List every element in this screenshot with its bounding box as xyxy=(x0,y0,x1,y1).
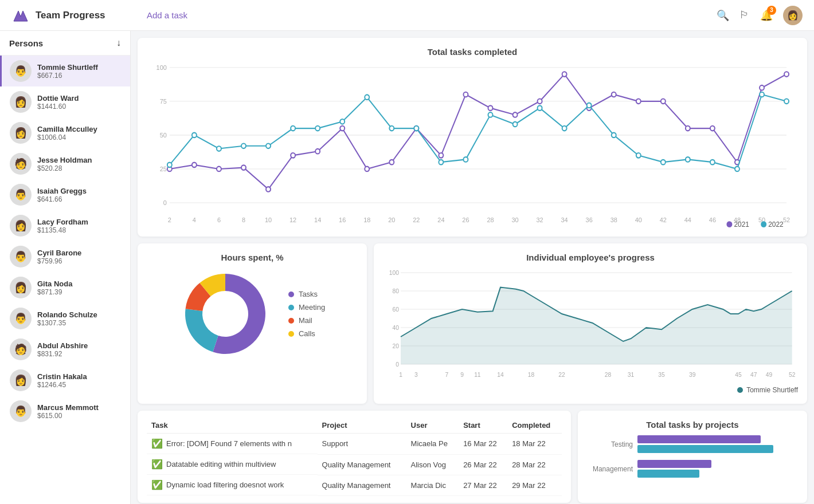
person-info: Jesse Holdman $520.28 xyxy=(37,156,92,172)
layout: Persons ↓ 👨 Tommie Shurtleff $667.16 👩 D… xyxy=(0,31,814,504)
svg-point-72 xyxy=(389,126,394,131)
legend-dot xyxy=(288,292,294,297)
person-amount: $759.96 xyxy=(37,257,81,265)
table-row: ✅ Dynamic load filtering doesnot work Qu… xyxy=(147,475,562,495)
legend-dot xyxy=(288,331,294,337)
person-name: Abdul Abshire xyxy=(37,341,88,350)
person-info: Marcus Memmott $615.00 xyxy=(37,403,99,420)
person-amount: $871.39 xyxy=(37,288,72,296)
svg-point-79 xyxy=(562,126,567,131)
legend-item: Calls xyxy=(288,329,325,338)
flag-icon[interactable]: 🏳 xyxy=(739,9,750,21)
sidebar-person[interactable]: 👩 Lacy Fordham $1135.48 xyxy=(0,210,130,241)
bar-label: Testing xyxy=(587,440,633,448)
legend-label: Calls xyxy=(299,329,315,338)
svg-point-43 xyxy=(315,149,320,154)
sidebar-person[interactable]: 👩 Cristin Hakala $1246.45 xyxy=(0,365,130,396)
svg-text:49: 49 xyxy=(766,372,773,378)
pie-svg xyxy=(179,268,271,360)
line-chart-container: 0255075100246810121416182022242628303234… xyxy=(147,61,798,227)
svg-point-89 xyxy=(726,221,732,227)
svg-text:31: 31 xyxy=(628,372,635,378)
app-title: Team Progress xyxy=(36,10,105,21)
bar-chart-title: Total tasks by projects xyxy=(587,420,798,430)
svg-point-56 xyxy=(636,99,641,104)
svg-point-84 xyxy=(686,157,690,162)
individual-progress-title: Individual employee's progress xyxy=(383,253,798,262)
svg-text:6: 6 xyxy=(217,216,221,223)
person-name: Jesse Holdman xyxy=(37,156,92,164)
sidebar-person[interactable]: 👨 Marcus Memmott $615.00 xyxy=(0,396,130,427)
svg-text:8: 8 xyxy=(242,216,245,223)
legend-label: Mail xyxy=(299,316,312,325)
person-avatar: 👩 xyxy=(10,122,32,144)
svg-text:14: 14 xyxy=(314,216,321,223)
svg-text:7: 7 xyxy=(445,372,448,378)
svg-point-58 xyxy=(686,126,690,131)
bottom-row: TaskProjectUserStartCompleted ✅ Error: [… xyxy=(138,411,807,503)
svg-text:25: 25 xyxy=(160,166,167,172)
completed-cell: 18 Mar 22 xyxy=(507,434,562,455)
svg-text:80: 80 xyxy=(392,288,399,294)
notification-wrapper[interactable]: 🔔 3 xyxy=(760,9,773,22)
svg-point-77 xyxy=(513,122,518,127)
add-task-button[interactable]: Add a task xyxy=(147,10,187,20)
sidebar-person[interactable]: 👩 Camilla Mcculley $1006.04 xyxy=(0,117,130,148)
person-info: Tommie Shurtleff $667.16 xyxy=(37,63,98,80)
svg-text:2021: 2021 xyxy=(734,220,749,227)
sidebar-person[interactable]: 👨 Rolando Schulze $1307.35 xyxy=(0,303,130,334)
person-info: Dottie Ward $1441.60 xyxy=(37,94,79,111)
notification-badge: 3 xyxy=(767,6,776,15)
sidebar-person[interactable]: 🧑 Jesse Holdman $520.28 xyxy=(0,148,130,179)
svg-point-42 xyxy=(291,153,295,158)
sidebar-person[interactable]: 👨 Cyril Barone $759.96 xyxy=(0,241,130,272)
svg-text:45: 45 xyxy=(735,372,742,378)
svg-point-63 xyxy=(167,163,172,168)
svg-text:42: 42 xyxy=(660,216,667,223)
svg-point-57 xyxy=(661,99,666,104)
project-cell: Quality Management xyxy=(318,454,406,475)
svg-text:0: 0 xyxy=(163,199,167,206)
person-avatar: 👨 xyxy=(10,308,32,329)
sidebar-person[interactable]: 🧑 Abdul Abshire $831.92 xyxy=(0,334,130,365)
middle-row: Hours spent, % TasksMeetingMailCalls Ind… xyxy=(138,243,807,404)
person-name: Camilla Mcculley xyxy=(37,125,97,133)
sort-icon[interactable]: ↓ xyxy=(116,38,121,48)
check-icon: ✅ xyxy=(151,459,163,470)
svg-text:52: 52 xyxy=(783,216,790,223)
persons-list: 👨 Tommie Shurtleff $667.16 👩 Dottie Ward… xyxy=(0,56,130,427)
person-name: Dottie Ward xyxy=(37,94,79,103)
sidebar-person[interactable]: 👩 Dottie Ward $1441.60 xyxy=(0,86,130,117)
svg-text:60: 60 xyxy=(392,306,399,313)
person-amount: $615.00 xyxy=(37,412,99,420)
sidebar-person[interactable]: 👩 Gita Noda $871.39 xyxy=(0,272,130,303)
pie-legend: TasksMeetingMailCalls xyxy=(288,290,325,338)
search-icon[interactable]: 🔍 xyxy=(717,9,729,22)
svg-point-48 xyxy=(439,153,443,158)
svg-text:52: 52 xyxy=(789,372,796,378)
person-amount: $1307.35 xyxy=(37,319,97,327)
svg-point-74 xyxy=(439,160,443,165)
person-name: Marcus Memmott xyxy=(37,403,99,412)
svg-text:47: 47 xyxy=(750,372,757,378)
person-name: Rolando Schulze xyxy=(37,310,97,319)
user-avatar[interactable]: 👩 xyxy=(783,6,803,25)
sidebar-person[interactable]: 👨 Tommie Shurtleff $667.16 xyxy=(0,56,130,86)
person-avatar: 👨 xyxy=(10,60,32,82)
logo: Team Progress xyxy=(11,6,126,25)
svg-text:100: 100 xyxy=(156,64,167,71)
svg-text:14: 14 xyxy=(497,372,504,378)
svg-point-49 xyxy=(463,92,468,97)
legend-item: Mail xyxy=(288,316,325,325)
svg-text:1: 1 xyxy=(399,372,402,378)
svg-text:11: 11 xyxy=(474,372,481,378)
person-amount: $1135.48 xyxy=(37,226,88,234)
table-head: TaskProjectUserStartCompleted xyxy=(147,418,562,434)
svg-text:22: 22 xyxy=(413,216,420,223)
bar-2 xyxy=(637,445,773,453)
tasks-table-card: TaskProjectUserStartCompleted ✅ Error: [… xyxy=(138,411,571,503)
task-name: Datatable editing within multiview xyxy=(166,460,276,468)
individual-progress-card: Individual employee's progress 020406080… xyxy=(374,243,807,404)
sidebar-person[interactable]: 👨 Isaiah Greggs $641.66 xyxy=(0,179,130,210)
person-amount: $641.66 xyxy=(37,195,87,203)
